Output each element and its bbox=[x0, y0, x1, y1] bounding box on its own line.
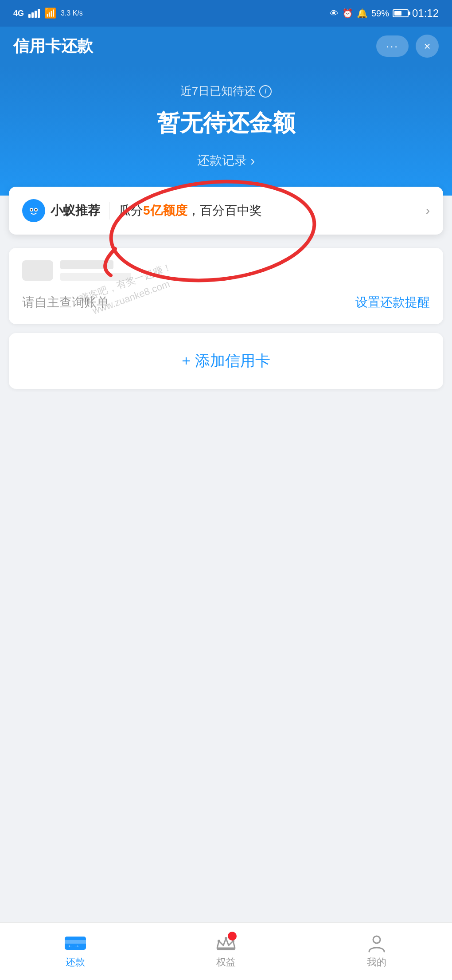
svg-point-10 bbox=[225, 937, 227, 940]
promo-highlight: 5亿额度 bbox=[143, 204, 187, 217]
close-button[interactable]: × bbox=[416, 35, 439, 58]
mine-nav-icon bbox=[365, 934, 388, 952]
more-button[interactable]: ··· bbox=[376, 35, 409, 57]
card-header bbox=[9, 248, 443, 285]
svg-point-11 bbox=[218, 940, 220, 942]
svg-point-13 bbox=[373, 936, 380, 943]
network-type: 4G bbox=[13, 9, 24, 18]
status-right: 👁 ⏰ 🔔 59% 01:12 bbox=[330, 7, 439, 20]
nav-item-repayment[interactable]: ←→ 还款 bbox=[0, 930, 151, 973]
app-header: 信用卡还款 ··· × bbox=[0, 27, 452, 66]
card-num-placeholder bbox=[60, 273, 131, 281]
nav-label-benefits: 权益 bbox=[216, 956, 236, 969]
svg-point-4 bbox=[35, 209, 37, 211]
card-logo-placeholder bbox=[22, 260, 53, 281]
hero-section: 近7日已知待还 i 暂无待还金额 还款记录 bbox=[0, 66, 452, 196]
battery-indicator bbox=[393, 9, 409, 17]
svg-point-0 bbox=[27, 204, 40, 217]
bell-icon: 🔔 bbox=[357, 8, 368, 19]
promo-logo: 小蚁推荐 bbox=[22, 199, 100, 222]
promo-banner[interactable]: 小蚁推荐 瓜分5亿额度，百分百中奖 › bbox=[9, 187, 443, 235]
nav-label-repayment: 还款 bbox=[66, 956, 85, 969]
info-icon[interactable]: i bbox=[259, 85, 272, 98]
card-name-placeholder bbox=[60, 260, 113, 269]
nav-item-mine[interactable]: 我的 bbox=[301, 930, 452, 973]
svg-text:←→: ←→ bbox=[67, 942, 80, 949]
card-section: 赚客吧，有奖一起赚！ www.zuanke8.com 请自主查询账单 设置还款提… bbox=[9, 248, 443, 324]
network-speed: 3.3 K/s bbox=[61, 9, 83, 17]
wifi-icon: 📶 bbox=[44, 8, 56, 19]
benefits-badge bbox=[228, 932, 237, 941]
app-title: 信用卡还款 bbox=[13, 35, 93, 57]
signal-icon bbox=[28, 9, 40, 18]
card-info bbox=[60, 260, 430, 281]
promo-text: 瓜分5亿额度，百分百中奖 bbox=[118, 202, 417, 219]
alarm-icon: ⏰ bbox=[342, 8, 353, 19]
bottom-navigation: ←→ 还款 权益 我的 bbox=[0, 922, 452, 980]
svg-point-3 bbox=[31, 209, 32, 211]
card-body: 请自主查询账单 设置还款提醒 bbox=[9, 285, 443, 324]
nav-item-benefits[interactable]: 权益 bbox=[151, 930, 301, 973]
promo-banner-wrapper: 小蚁推荐 瓜分5亿额度，百分百中奖 › bbox=[9, 187, 443, 235]
promo-brand-label: 小蚁推荐 bbox=[51, 202, 100, 219]
add-card-section: + 添加信用卡 bbox=[9, 333, 443, 389]
eye-icon: 👁 bbox=[330, 8, 339, 19]
promo-arrow-icon: › bbox=[426, 204, 430, 218]
hero-amount: 暂无待还金额 bbox=[13, 108, 439, 139]
card-status-text: 请自主查询账单 bbox=[22, 294, 109, 311]
status-bar: 4G 📶 3.3 K/s 👁 ⏰ 🔔 59% 01:12 bbox=[0, 0, 452, 27]
header-actions: ··· × bbox=[376, 35, 439, 58]
hero-subtitle: 近7日已知待还 i bbox=[13, 83, 439, 99]
main-content: 近7日已知待还 i 暂无待还金额 还款记录 bbox=[0, 66, 452, 455]
svg-rect-9 bbox=[217, 948, 235, 950]
clock-time: 01:12 bbox=[412, 7, 439, 20]
battery-pct: 59% bbox=[371, 8, 389, 19]
nav-label-mine: 我的 bbox=[367, 956, 386, 969]
repayment-nav-icon: ←→ bbox=[64, 934, 87, 952]
promo-divider bbox=[109, 202, 109, 220]
status-left: 4G 📶 3.3 K/s bbox=[13, 8, 83, 19]
set-reminder-button[interactable]: 设置还款提醒 bbox=[355, 294, 430, 311]
repayment-link[interactable]: 还款记录 bbox=[13, 152, 439, 169]
add-card-button[interactable]: + 添加信用卡 bbox=[22, 351, 430, 371]
ant-icon bbox=[22, 199, 45, 222]
